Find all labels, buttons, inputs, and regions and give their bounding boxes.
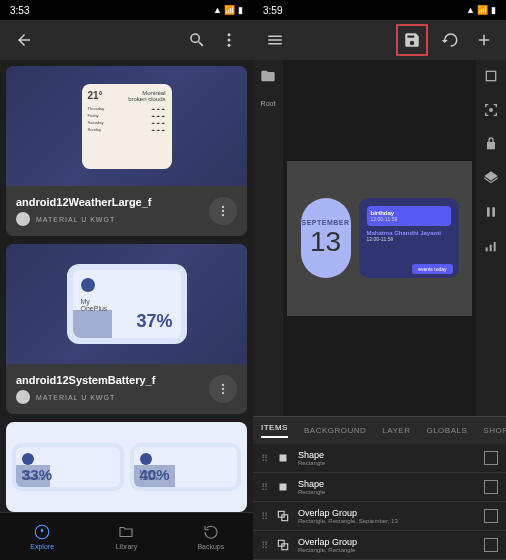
layer-list: ⠿ ShapeRectangle ⠿ ShapeRectangle ⠿ Over… <box>253 444 506 560</box>
avatar <box>16 390 30 404</box>
square-icon[interactable] <box>483 68 499 88</box>
author-name: MATERIAL U KWGT <box>36 394 115 401</box>
svg-point-8 <box>222 392 224 394</box>
svg-point-3 <box>222 206 224 208</box>
event-card: birthday 12:00-11:59 Mahatma Ghandhi Jay… <box>359 198 459 278</box>
svg-point-1 <box>228 39 231 42</box>
svg-point-2 <box>228 44 231 47</box>
right-phone: 3:59 ▲ 📶 ▮ Root SEPTEMBER 13 birthday <box>253 0 506 560</box>
menu-icon[interactable] <box>263 28 287 52</box>
save-icon[interactable] <box>400 28 424 52</box>
top-bar <box>0 20 253 60</box>
layer-checkbox[interactable] <box>484 480 498 494</box>
status-time: 3:53 <box>10 5 29 16</box>
save-button-highlight <box>396 24 428 56</box>
group-icon <box>276 538 290 552</box>
drag-handle-icon[interactable]: ⠿ <box>261 482 268 493</box>
pause-icon[interactable] <box>483 204 499 224</box>
tab-globals[interactable]: GLOBALS <box>426 426 467 435</box>
stats-icon[interactable] <box>483 238 499 258</box>
drag-handle-icon[interactable]: ⠿ <box>261 540 268 551</box>
widget-canvas[interactable]: SEPTEMBER 13 birthday 12:00-11:59 Mahatm… <box>287 161 472 316</box>
card-overflow-button[interactable] <box>209 197 237 225</box>
svg-point-6 <box>222 384 224 386</box>
widget-preview: My OnePlus 33% Media volume 40% <box>6 422 247 512</box>
nav-library[interactable]: Library <box>84 513 168 560</box>
layer-row[interactable]: ⠿ Overlap GroupRectangle, Rectangle, Sep… <box>253 502 506 531</box>
card-overflow-button[interactable] <box>209 375 237 403</box>
bottom-nav: Explore Library Backups <box>0 512 253 560</box>
drag-handle-icon[interactable]: ⠿ <box>261 511 268 522</box>
widget-card-dual[interactable]: My OnePlus 33% Media volume 40% <box>6 422 247 512</box>
svg-point-11 <box>490 109 493 112</box>
svg-rect-13 <box>492 207 495 216</box>
editor-toolbar <box>253 20 506 60</box>
tab-layer[interactable]: LAYER <box>382 426 410 435</box>
month-label: SEPTEMBER <box>301 219 349 226</box>
events-today-badge: events today <box>412 264 452 274</box>
dual-box: Media volume 40% <box>130 443 242 491</box>
svg-rect-14 <box>486 247 488 251</box>
folder-icon[interactable] <box>260 68 276 88</box>
svg-point-5 <box>222 214 224 216</box>
add-icon[interactable] <box>472 28 496 52</box>
layer-checkbox[interactable] <box>484 451 498 465</box>
date-pill: SEPTEMBER 13 <box>301 198 351 278</box>
svg-rect-10 <box>486 71 495 80</box>
media-icon <box>140 453 152 465</box>
drag-handle-icon[interactable]: ⠿ <box>261 453 268 464</box>
root-label: Root <box>261 100 276 107</box>
widget-preview: My OnePlus 37% <box>6 244 247 364</box>
svg-rect-18 <box>280 484 287 491</box>
shape-icon <box>276 480 290 494</box>
history-icon[interactable] <box>438 28 462 52</box>
card-footer: android12WeatherLarge_f MATERIAL U KWGT <box>6 186 247 236</box>
overflow-icon[interactable] <box>217 28 241 52</box>
svg-point-7 <box>222 388 224 390</box>
widget-card-battery[interactable]: My OnePlus 37% android12SystemBattery_f … <box>6 244 247 414</box>
layer-row[interactable]: ⠿ Overlap GroupRectangle, Rectangle <box>253 531 506 560</box>
battery-pct: 37% <box>136 311 172 332</box>
left-rail: Root <box>253 60 283 416</box>
layer-checkbox[interactable] <box>484 538 498 552</box>
tab-shortcuts[interactable]: SHORTCU <box>483 426 506 435</box>
layer-row[interactable]: ⠿ ShapeRectangle <box>253 473 506 502</box>
tab-items[interactable]: ITEMS <box>261 423 288 438</box>
editor-body: Root SEPTEMBER 13 birthday 12:00-11:59 M… <box>253 60 506 416</box>
battery-bar <box>73 310 113 338</box>
dual-box: My OnePlus 33% <box>12 443 124 491</box>
svg-point-0 <box>228 33 231 36</box>
status-icons: ▲ 📶 ▮ <box>213 5 243 15</box>
author-name: MATERIAL U KWGT <box>36 216 115 223</box>
status-time: 3:59 <box>263 5 282 16</box>
nav-explore[interactable]: Explore <box>0 513 84 560</box>
layers-icon[interactable] <box>483 170 499 190</box>
device-icon <box>81 278 95 292</box>
svg-rect-15 <box>490 245 492 252</box>
device-icon <box>22 453 34 465</box>
lock-icon[interactable] <box>483 136 499 156</box>
widget-list[interactable]: 21°Montréalbroken clouds Thursday☁ ☁ ☁ F… <box>0 60 253 512</box>
widget-preview: 21°Montréalbroken clouds Thursday☁ ☁ ☁ F… <box>6 66 247 186</box>
right-rail <box>476 60 506 416</box>
group-icon <box>276 509 290 523</box>
editor-tabs: ITEMS BACKGROUND LAYER GLOBALS SHORTCU <box>253 416 506 444</box>
layer-checkbox[interactable] <box>484 509 498 523</box>
layer-row[interactable]: ⠿ ShapeRectangle <box>253 444 506 473</box>
tab-background[interactable]: BACKGROUND <box>304 426 366 435</box>
focus-icon[interactable] <box>483 102 499 122</box>
day-label: 13 <box>310 226 341 258</box>
search-icon[interactable] <box>185 28 209 52</box>
battery-widget: My OnePlus 37% <box>67 264 187 344</box>
shape-icon <box>276 451 290 465</box>
avatar <box>16 212 30 226</box>
card-title: android12SystemBattery_f <box>16 374 209 386</box>
svg-rect-16 <box>494 242 496 251</box>
nav-backups[interactable]: Backups <box>169 513 253 560</box>
weather-widget: 21°Montréalbroken clouds Thursday☁ ☁ ☁ F… <box>82 84 172 169</box>
widget-card-weather[interactable]: 21°Montréalbroken clouds Thursday☁ ☁ ☁ F… <box>6 66 247 236</box>
back-icon[interactable] <box>12 28 36 52</box>
card-footer: android12SystemBattery_f MATERIAL U KWGT <box>6 364 247 414</box>
canvas-area[interactable]: SEPTEMBER 13 birthday 12:00-11:59 Mahatm… <box>283 60 476 416</box>
svg-rect-12 <box>487 207 490 216</box>
